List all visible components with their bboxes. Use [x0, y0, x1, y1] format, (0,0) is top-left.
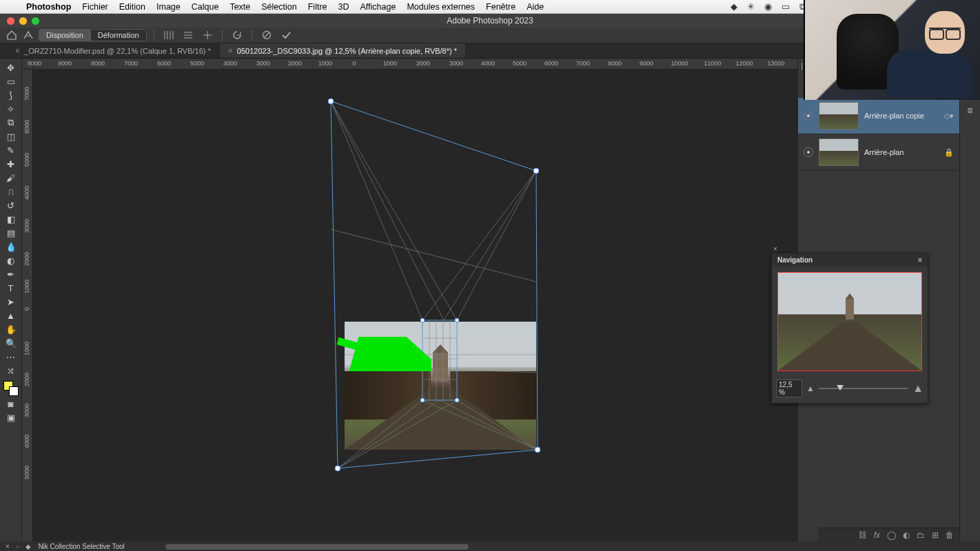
- close-tab-icon[interactable]: ×: [15, 46, 20, 56]
- type-tool-icon[interactable]: T: [3, 282, 19, 294]
- commit-transform-icon[interactable]: [278, 29, 294, 41]
- heal-tool-icon[interactable]: ✚: [3, 158, 19, 170]
- new-layer-icon[interactable]: ⊞: [932, 530, 939, 540]
- zoom-value-input[interactable]: 12,5 %: [776, 380, 802, 397]
- layer-row[interactable]: Arrière-plan copie ◇▾: [798, 98, 959, 134]
- home-icon[interactable]: [6, 29, 18, 41]
- menu-image[interactable]: Image: [151, 2, 186, 12]
- menu-modules[interactable]: Modules externes: [401, 2, 480, 12]
- stamp-tool-icon[interactable]: ⎍: [3, 185, 19, 198]
- blur-tool-icon[interactable]: 💧: [3, 240, 19, 253]
- panel-title: Navigation: [777, 256, 813, 264]
- layer-thumbnail[interactable]: [819, 102, 859, 129]
- frame-tool-icon[interactable]: ◫: [3, 130, 19, 143]
- history-brush-icon[interactable]: ↺: [3, 199, 19, 211]
- adjustment-icon[interactable]: ◐: [903, 530, 910, 540]
- gradient-tool-icon[interactable]: ▤: [3, 227, 19, 239]
- hand-tool-icon[interactable]: ✋: [3, 323, 19, 335]
- move-tool-icon[interactable]: ✥: [3, 61, 19, 74]
- menu-texte[interactable]: Texte: [224, 2, 256, 12]
- layer-row[interactable]: Arrière-plan 🔒: [798, 134, 959, 171]
- path-select-icon[interactable]: ➤: [3, 295, 19, 308]
- layer-name[interactable]: Arrière-plan copie: [864, 112, 939, 120]
- layers-footer: ⛓ fx ◯ ◐ 🗀 ⊞ 🗑: [818, 528, 959, 541]
- canvas-stage[interactable]: [33, 70, 797, 541]
- zoom-out-icon[interactable]: ▲: [806, 384, 815, 393]
- document-image[interactable]: [345, 322, 536, 450]
- marquee-tool-icon[interactable]: ▭: [3, 75, 19, 87]
- cancel-transform-icon[interactable]: [259, 29, 274, 41]
- layer-thumbnail[interactable]: [819, 138, 859, 166]
- adjust-panel-icon[interactable]: ≣: [964, 104, 977, 116]
- mask-icon[interactable]: ◯: [887, 530, 896, 540]
- quickmask-icon[interactable]: ◙: [3, 397, 19, 410]
- navigation-panel[interactable]: × Navigation ≡ 12,5 % ▲ ▲: [771, 253, 928, 404]
- zoom-slider-knob[interactable]: [837, 385, 844, 391]
- tray-icon[interactable]: ▭: [782, 1, 790, 12]
- reset-icon[interactable]: [229, 29, 245, 41]
- document-tab[interactable]: × 05012023-_DSC9033.jpg @ 12,5% (Arrière…: [220, 43, 466, 58]
- fx-icon[interactable]: fx: [874, 530, 880, 540]
- mode-deformation-button[interactable]: Déformation: [91, 30, 146, 41]
- zoom-in-icon[interactable]: ▲: [912, 382, 923, 395]
- eyedropper-tool-icon[interactable]: ✎: [3, 144, 19, 156]
- menu-fichier[interactable]: Fichier: [76, 2, 114, 12]
- background-color[interactable]: [9, 386, 19, 396]
- grid-lines-icon[interactable]: [181, 29, 196, 41]
- shape-tool-icon[interactable]: ▲: [3, 309, 19, 322]
- tray-icon[interactable]: ◆: [731, 1, 737, 12]
- menu-edition[interactable]: Edition: [114, 2, 151, 12]
- layer-name[interactable]: Arrière-plan: [864, 148, 939, 156]
- expand-status-icon[interactable]: ▫: [17, 543, 19, 550]
- app-menu[interactable]: Photoshop: [21, 2, 76, 12]
- visibility-toggle-icon[interactable]: [804, 111, 813, 121]
- menu-fenetre[interactable]: Fenêtre: [480, 2, 521, 12]
- zoom-tool-icon[interactable]: 🔍: [3, 337, 19, 349]
- eraser-tool-icon[interactable]: ◧: [3, 213, 19, 225]
- pen-tool-icon[interactable]: ✒: [3, 268, 19, 280]
- horizontal-scrollbar[interactable]: [159, 543, 670, 550]
- menu-aide[interactable]: Aide: [521, 2, 549, 12]
- nik-tool-label[interactable]: Nik Collection Selective Tool: [38, 543, 124, 550]
- edit-toolbar-icon[interactable]: ⋯: [3, 351, 19, 363]
- mode-disposition-button[interactable]: Disposition: [39, 30, 91, 41]
- lock-icon: 🔒: [944, 148, 954, 157]
- svg-point-2: [533, 168, 539, 174]
- grid-cross-icon[interactable]: [200, 29, 215, 41]
- wand-tool-icon[interactable]: ✧: [3, 103, 19, 115]
- link-layers-icon[interactable]: ⛓: [859, 530, 867, 540]
- tray-icon[interactable]: ✳: [747, 1, 755, 12]
- ruler-vertical[interactable]: 0 7000 6000 5000 4000 3000 2000 1000 0 1…: [22, 70, 33, 541]
- crop-tool-icon[interactable]: ⧉: [3, 116, 19, 129]
- menu-selection[interactable]: Sélection: [256, 2, 302, 12]
- menu-calque[interactable]: Calque: [186, 2, 225, 12]
- visibility-toggle-icon[interactable]: [804, 147, 813, 157]
- delete-layer-icon[interactable]: 🗑: [946, 530, 954, 540]
- dodge-tool-icon[interactable]: ◐: [3, 254, 19, 267]
- screenmode-icon[interactable]: ▣: [3, 411, 19, 424]
- navigator-zoom-slider: 12,5 % ▲ ▲: [772, 377, 928, 403]
- color-chips[interactable]: [3, 381, 19, 396]
- document-tab[interactable]: × _ORZ2710-Modifier.psd @ 22,1% (Calque …: [7, 43, 220, 58]
- swap-colors-icon[interactable]: ⤭: [3, 364, 19, 377]
- menu-affichage[interactable]: Affichage: [354, 2, 401, 12]
- svg-point-1: [328, 98, 334, 104]
- close-status-icon[interactable]: ×: [6, 543, 10, 550]
- tools-panel: ✥ ▭ ⟆ ✧ ⧉ ◫ ✎ ✚ 🖌 ⎍ ↺ ◧ ▤ 💧 ◐ ✒ T ➤ ▲ ✋ …: [0, 59, 22, 541]
- lasso-tool-icon[interactable]: ⟆: [3, 89, 19, 101]
- menu-3d[interactable]: 3D: [333, 2, 355, 12]
- tray-icon[interactable]: ◉: [764, 1, 772, 12]
- group-icon[interactable]: 🗀: [917, 530, 925, 540]
- ruler-horizontal[interactable]: 8000 9000 8000 7000 6000 5000 4000 3000 …: [33, 59, 797, 70]
- zoom-slider-track[interactable]: [819, 388, 908, 389]
- menu-filtre[interactable]: Filtre: [303, 2, 333, 12]
- brush-tool-icon[interactable]: 🖌: [3, 171, 19, 184]
- navigator-thumbnail[interactable]: [777, 272, 922, 371]
- tab-label: _ORZ2710-Modifier.psd @ 22,1% (Calque 1,…: [24, 47, 211, 55]
- grid-density-icon[interactable]: [161, 29, 176, 41]
- transform-tool-icon[interactable]: [22, 29, 34, 41]
- panel-menu-icon[interactable]: ≡: [918, 256, 922, 264]
- panel-close-icon[interactable]: ×: [773, 245, 777, 253]
- close-tab-icon[interactable]: ×: [228, 46, 233, 56]
- canvas-area[interactable]: 8000 9000 8000 7000 6000 5000 4000 3000 …: [22, 59, 797, 541]
